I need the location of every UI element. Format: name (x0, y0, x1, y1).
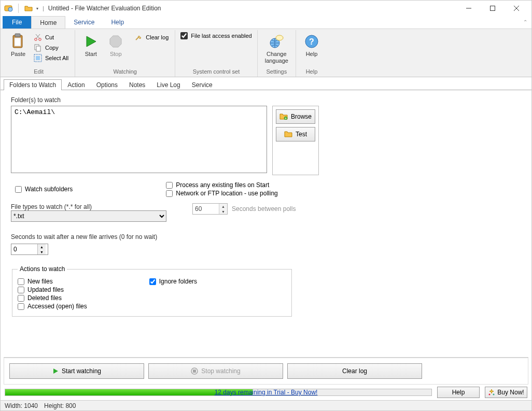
open-icon[interactable] (24, 4, 33, 13)
tab-options[interactable]: Options (91, 79, 123, 90)
updated-files-checkbox[interactable]: Updated files (18, 286, 87, 293)
svg-text:+: + (285, 117, 287, 120)
start-button[interactable]: Start (78, 32, 103, 59)
file-access-checkbox[interactable]: File last access enabled (178, 31, 254, 40)
help-icon: ? (303, 33, 320, 50)
minimize-button[interactable] (457, 1, 481, 16)
select-all-button[interactable]: Select All (31, 53, 72, 63)
folders-label: Folder(s) to watch (11, 96, 521, 104)
test-button[interactable]: Test (276, 127, 315, 141)
tab-folders-to-watch[interactable]: Folders to Watch (4, 79, 62, 90)
svg-point-30 (493, 394, 495, 395)
process-existing-input[interactable] (166, 182, 173, 189)
svg-point-10 (39, 38, 41, 41)
svg-point-29 (489, 394, 491, 395)
watch-subfolders-checkbox[interactable]: Watch subfolders (15, 181, 73, 197)
tab-action[interactable]: Action (62, 79, 90, 90)
accessed-files-checkbox[interactable]: Accessed (open) files (18, 303, 87, 310)
window-title: Untitled - File Watcher Evaluation Editi… (48, 5, 161, 12)
change-language-button[interactable]: Change language (261, 32, 292, 65)
maximize-button[interactable] (481, 1, 505, 16)
help-bottom-button[interactable]: Help (437, 387, 480, 398)
network-polling-input[interactable] (166, 190, 173, 197)
copy-button[interactable]: Copy (31, 42, 72, 53)
qat-dropdown-icon[interactable]: ▾ (35, 6, 39, 11)
app-icon (4, 4, 13, 13)
cut-button[interactable]: Cut (31, 32, 72, 42)
stop-watching-button[interactable]: Stop watching (148, 363, 283, 379)
paste-icon (10, 33, 26, 50)
tab-notes[interactable]: Notes (123, 79, 151, 90)
select-all-icon (34, 54, 42, 62)
poll-seconds-input[interactable] (193, 204, 219, 214)
svg-marker-26 (53, 369, 58, 374)
tab-service[interactable]: Service (186, 79, 218, 90)
network-polling-label: Network or FTP location - use polling (176, 190, 278, 197)
test-label: Test (296, 131, 307, 138)
svg-point-1 (8, 7, 12, 11)
ribbon-tab-strip: File Home Service Help ⌃ (1, 16, 531, 29)
folder-icon: + (279, 112, 288, 121)
process-existing-checkbox[interactable]: Process any existing files on Start (166, 181, 278, 189)
select-all-label: Select All (45, 55, 68, 61)
folders-input[interactable]: C:\Aemail\ (11, 106, 267, 173)
ribbon-tab-file[interactable]: File (3, 16, 31, 29)
actions-legend: Actions to watch (18, 265, 67, 273)
statusbar: Width: 1040 Height: 800 (1, 400, 531, 410)
close-button[interactable] (505, 1, 528, 16)
watch-subfolders-input[interactable] (15, 186, 22, 193)
stop-button[interactable]: Stop (103, 32, 128, 59)
svg-point-21 (276, 35, 283, 40)
spin-up-icon[interactable]: ▲ (38, 244, 46, 249)
spin-down-icon[interactable]: ▼ (219, 209, 227, 214)
titlebar: ▾ | Untitled - File Watcher Evaluation E… (1, 1, 531, 16)
buy-now-button[interactable]: Buy Now! (485, 387, 527, 398)
stop-label: Stop (110, 51, 122, 58)
ignore-folders-checkbox[interactable]: Ignore folders (149, 278, 197, 285)
file-access-checkbox-input[interactable] (180, 32, 188, 39)
deleted-files-checkbox[interactable]: Deleted files (18, 294, 87, 302)
network-polling-checkbox[interactable]: Network or FTP location - use polling (166, 190, 278, 197)
watch-subfolders-label: Watch subfolders (25, 186, 73, 193)
svg-line-11 (36, 34, 40, 38)
svg-rect-3 (491, 6, 495, 11)
start-watching-button[interactable]: Start watching (9, 363, 144, 379)
folder-test-icon (284, 130, 292, 139)
help-button[interactable]: ? Help (299, 32, 324, 59)
trial-link[interactable]: 12 days remaining in Trial - Buy Now! (215, 389, 318, 396)
cut-label: Cut (45, 34, 54, 40)
svg-rect-16 (36, 56, 40, 60)
clear-log-button[interactable]: Clear log (131, 32, 172, 42)
clear-log-label: Clear log (146, 34, 169, 40)
wait-input[interactable] (11, 244, 37, 254)
svg-text:?: ? (309, 37, 314, 46)
collapse-ribbon-icon[interactable]: ⌃ (523, 19, 527, 25)
new-files-checkbox[interactable]: New files (18, 278, 87, 285)
change-language-label: Change language (265, 51, 288, 64)
folder-buttons-panel: + Browse Test (272, 106, 319, 175)
qat-separator: | (43, 5, 44, 11)
paste-button[interactable]: Paste (6, 32, 31, 59)
ribbon-tab-help[interactable]: Help (103, 16, 132, 29)
status-width: Width: 1040 (5, 402, 38, 409)
svg-marker-17 (87, 36, 96, 47)
file-types-label: File types to watch (*.* for all) (11, 203, 166, 210)
ribbon-tab-home[interactable]: Home (31, 16, 65, 29)
svg-point-9 (35, 38, 37, 41)
clear-log-bottom-button[interactable]: Clear log (287, 363, 422, 379)
svg-line-12 (36, 34, 39, 38)
ribbon-tab-service[interactable]: Service (65, 16, 103, 29)
tab-live-log[interactable]: Live Log (151, 79, 186, 90)
file-types-combo[interactable]: *.txt (11, 210, 166, 222)
wait-spinner[interactable]: ▲▼ (11, 244, 48, 255)
wait-label: Seconds to wait after a new file arrives… (11, 233, 521, 240)
spin-down-icon[interactable]: ▼ (38, 249, 46, 254)
poll-seconds-spinner[interactable]: ▲▼ (192, 203, 228, 215)
bottom-button-bar: Start watching Stop watching Clear log (4, 358, 528, 385)
ribbon-group-scs: System control set (178, 67, 254, 77)
paste-label: Paste (11, 51, 25, 58)
browse-button[interactable]: + Browse (276, 109, 315, 124)
start-icon (82, 33, 99, 50)
svg-rect-8 (15, 38, 21, 46)
spin-up-icon[interactable]: ▲ (219, 204, 227, 209)
